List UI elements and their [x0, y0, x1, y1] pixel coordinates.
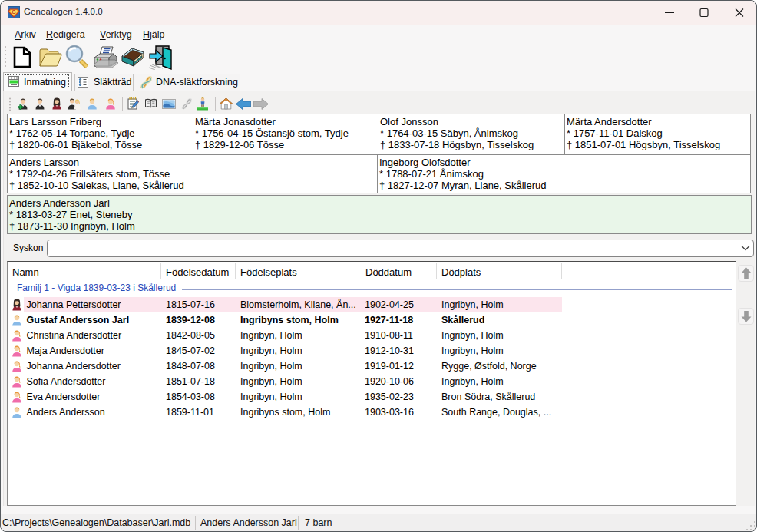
- svg-text:G: G: [12, 9, 16, 15]
